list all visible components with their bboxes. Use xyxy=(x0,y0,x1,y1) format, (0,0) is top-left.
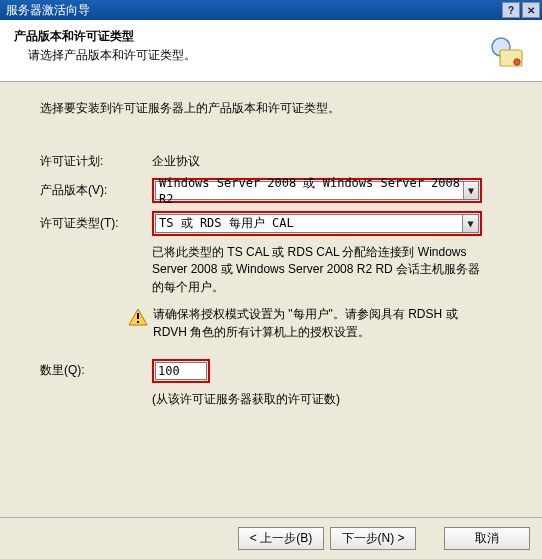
back-button[interactable]: < 上一步(B) xyxy=(238,527,324,550)
chevron-down-icon: ▼ xyxy=(463,182,478,199)
warning-row: 请确保将授权模式设置为 "每用户"。请参阅具有 RDSH 或 RDVH 角色的所… xyxy=(128,306,488,341)
svg-rect-4 xyxy=(137,313,139,319)
wizard-content: 选择要安装到许可证服务器上的产品版本和许可证类型。 许可证计划: 企业协议 产品… xyxy=(0,82,542,517)
wizard-header: 产品版本和许可证类型 请选择产品版本和许可证类型。 xyxy=(0,20,542,82)
quantity-row: 数里(Q): xyxy=(40,359,510,383)
wizard-footer: < 上一步(B) 下一步(N) > 取消 xyxy=(0,517,542,559)
svg-rect-5 xyxy=(137,321,139,323)
version-dropdown-value: Windows Server 2008 或 Windows Server 200… xyxy=(159,175,463,206)
certificate-icon xyxy=(490,36,524,70)
version-highlight: Windows Server 2008 或 Windows Server 200… xyxy=(152,178,482,203)
quantity-note: (从该许可证服务器获取的许可证数) xyxy=(152,391,510,408)
plan-label: 许可证计划: xyxy=(40,153,152,170)
window-title: 服务器激活向导 xyxy=(6,2,90,19)
chevron-down-icon: ▼ xyxy=(462,215,478,232)
type-label: 许可证类型(T): xyxy=(40,215,152,232)
warning-icon xyxy=(128,308,148,326)
header-title: 产品版本和许可证类型 xyxy=(14,28,528,45)
header-subtitle: 请选择产品版本和许可证类型。 xyxy=(28,47,528,64)
titlebar: 服务器激活向导 ? ✕ xyxy=(0,0,542,20)
type-description: 已将此类型的 TS CAL 或 RDS CAL 分配给连接到 Windows S… xyxy=(152,244,482,296)
type-row: 许可证类型(T): TS 或 RDS 每用户 CAL ▼ xyxy=(40,211,510,236)
titlebar-buttons: ? ✕ xyxy=(502,2,540,18)
help-button[interactable]: ? xyxy=(502,2,520,18)
warning-text: 请确保将授权模式设置为 "每用户"。请参阅具有 RDSH 或 RDVH 角色的所… xyxy=(153,306,488,341)
close-button[interactable]: ✕ xyxy=(522,2,540,18)
quantity-label: 数里(Q): xyxy=(40,362,152,379)
plan-value: 企业协议 xyxy=(152,153,200,170)
next-button[interactable]: 下一步(N) > xyxy=(330,527,416,550)
version-dropdown[interactable]: Windows Server 2008 或 Windows Server 200… xyxy=(155,181,479,200)
svg-point-2 xyxy=(514,59,520,65)
cancel-button[interactable]: 取消 xyxy=(444,527,530,550)
version-label: 产品版本(V): xyxy=(40,182,152,199)
version-row: 产品版本(V): Windows Server 2008 或 Windows S… xyxy=(40,178,510,203)
intro-text: 选择要安装到许可证服务器上的产品版本和许可证类型。 xyxy=(40,100,510,117)
quantity-highlight xyxy=(152,359,210,383)
plan-row: 许可证计划: 企业协议 xyxy=(40,153,510,170)
type-dropdown[interactable]: TS 或 RDS 每用户 CAL ▼ xyxy=(155,214,479,233)
type-dropdown-value: TS 或 RDS 每用户 CAL xyxy=(159,215,294,232)
type-highlight: TS 或 RDS 每用户 CAL ▼ xyxy=(152,211,482,236)
quantity-input[interactable] xyxy=(155,362,207,380)
